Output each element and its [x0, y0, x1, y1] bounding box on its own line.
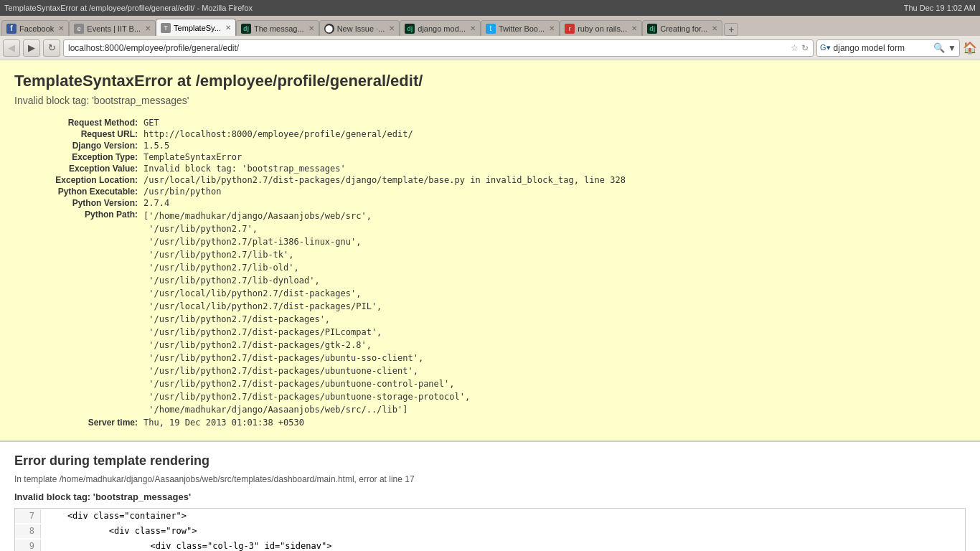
request-url-label: Request URL: [14, 129, 143, 139]
django-version-label: Django Version: [14, 141, 143, 151]
line-number: 9 [15, 540, 41, 551]
url-icons: ☆ ↻ [791, 43, 809, 53]
tab-events-label: Events | IIT B... [87, 24, 141, 33]
messages-favicon: dj [241, 24, 251, 34]
tab-twitter-label: Twitter Boo... [499, 24, 545, 33]
os-titlebar: TemplateSyntaxError at /employee/profile… [0, 0, 980, 16]
tab-djangomod-close[interactable]: ✕ [470, 24, 476, 32]
exception-type-value: TemplateSyntaxError [143, 152, 242, 162]
python-path-row: Python Path: ['/home/madhukar/django/Aas… [14, 209, 966, 416]
tab-messages-label: The messag... [254, 24, 304, 33]
tab-templatesyn-label: TemplateSy... [174, 24, 221, 32]
error-block-title: Invalid block tag: 'bootstrap_messages' [14, 491, 966, 502]
tab-events-close[interactable]: ✕ [145, 24, 151, 32]
error-section-sub: In template /home/madhukar/django/Aasaan… [14, 474, 966, 484]
info-table: Request Method: GET Request URL: http://… [14, 118, 966, 428]
os-titlebar-right: Thu Dec 19 1:02 AM [904, 4, 976, 12]
tab-ruby-close[interactable]: ✕ [631, 24, 637, 32]
exception-location-value: /usr/local/lib/python2.7/dist-packages/d… [143, 175, 626, 185]
new-tab-button[interactable]: + [724, 23, 738, 36]
tab-messages-close[interactable]: ✕ [308, 24, 314, 32]
google-icon: G▾ [820, 43, 831, 52]
page-content: TemplateSyntaxError at /employee/profile… [0, 60, 980, 441]
tab-facebook-close[interactable]: ✕ [58, 24, 64, 32]
exception-type-row: Exception Type: TemplateSyntaxError [14, 152, 966, 162]
exception-value-label: Exception Value: [14, 164, 143, 174]
home-button[interactable]: 🏠 [963, 41, 977, 55]
request-method-row: Request Method: GET [14, 118, 966, 128]
code-line-7: 7 <div class="container"> [15, 509, 965, 524]
server-time-label: Server time: [14, 418, 143, 428]
tab-newissue-label: New Issue ·... [337, 24, 385, 33]
python-version-value: 2.7.4 [143, 198, 169, 208]
python-path-label: Python Path: [14, 209, 143, 220]
server-time-row: Server time: Thu, 19 Dec 2013 01:01:38 +… [14, 418, 966, 428]
url-bar[interactable]: localhost:8000/employee/profile/general/… [63, 39, 814, 57]
tab-messages[interactable]: dj The messag... ✕ [236, 20, 319, 36]
os-time: Thu Dec 19 1:02 AM [904, 4, 976, 12]
python-version-row: Python Version: 2.7.4 [14, 198, 966, 208]
twitter-favicon: t [486, 24, 496, 34]
tab-creating-label: Creating for... [660, 24, 707, 33]
python-executable-label: Python Executable: [14, 187, 143, 197]
tab-djangomod-label: django mod... [418, 24, 466, 33]
events-favicon: e [74, 24, 84, 34]
templatesyn-favicon: T [161, 23, 171, 33]
tab-newissue[interactable]: ⬤ New Issue ·... ✕ [319, 20, 400, 36]
bookmark-icon[interactable]: ☆ [791, 43, 798, 53]
python-path-value: ['/home/madhukar/django/Aasaanjobs/web/s… [143, 209, 470, 416]
nav-bar: ◀ ▶ ↻ localhost:8000/employee/profile/ge… [0, 36, 980, 60]
request-url-value: http://localhost:8000/employee/profile/g… [143, 129, 413, 139]
code-line-8: 8 <div class="row"> [15, 524, 965, 539]
error-section: Error during template rendering In templ… [0, 441, 980, 551]
search-text: django model form [834, 43, 931, 53]
tab-templatesyn[interactable]: T TemplateSy... ✕ [156, 19, 236, 36]
exception-value-value: Invalid block tag: 'bootstrap_messages' [143, 164, 346, 174]
exception-location-row: Exception Location: /usr/local/lib/pytho… [14, 175, 966, 185]
tab-twitter-close[interactable]: ✕ [549, 24, 555, 32]
newissue-favicon: ⬤ [324, 24, 334, 34]
python-executable-row: Python Executable: /usr/bin/python [14, 187, 966, 197]
python-executable-value: /usr/bin/python [143, 187, 221, 197]
reload-button[interactable]: ↻ [43, 39, 60, 57]
tab-facebook[interactable]: f Facebook ✕ [1, 20, 69, 36]
request-method-value: GET [143, 118, 159, 128]
forward-button[interactable]: ▶ [23, 39, 40, 57]
tab-templatesyn-close[interactable]: ✕ [225, 24, 231, 32]
tab-creating-close[interactable]: ✕ [712, 24, 717, 32]
tab-ruby[interactable]: r ruby on rails... ✕ [560, 20, 642, 36]
tab-ruby-label: ruby on rails... [578, 24, 627, 33]
exception-location-label: Exception Location: [14, 175, 143, 185]
tab-creating[interactable]: dj Creating for... ✕ [642, 20, 722, 36]
error-section-title: Error during template rendering [14, 453, 966, 468]
error-subtitle: Invalid block tag: 'bootstrap_messages' [14, 95, 966, 106]
tab-djangomod[interactable]: dj django mod... ✕ [400, 20, 481, 36]
line-code: <div class="container"> [41, 509, 187, 523]
code-line-9: 9 <div class="col-lg-3" id="sidenav"> [15, 539, 965, 551]
tab-bar: f Facebook ✕ e Events | IIT B... ✕ T Tem… [0, 16, 980, 36]
facebook-favicon: f [6, 24, 17, 34]
search-go-button[interactable]: 🔍 [933, 42, 945, 53]
search-nav-down[interactable]: ▼ [948, 43, 956, 53]
os-titlebar-left: TemplateSyntaxError at /employee/profile… [4, 4, 253, 12]
refresh-icon[interactable]: ↻ [801, 43, 809, 53]
search-provider: G▾ [820, 43, 831, 52]
djangomod-favicon: dj [405, 24, 415, 34]
url-text: localhost:8000/employee/profile/general/… [68, 43, 788, 53]
search-bar[interactable]: G▾ django model form 🔍 ▼ [816, 39, 960, 57]
exception-type-label: Exception Type: [14, 152, 143, 162]
tab-newissue-close[interactable]: ✕ [389, 24, 395, 32]
request-method-label: Request Method: [14, 118, 143, 128]
line-number: 8 [15, 524, 41, 538]
line-code: <div class="col-lg-3" id="sidenav"> [41, 540, 331, 551]
back-button[interactable]: ◀ [3, 39, 20, 57]
python-version-label: Python Version: [14, 198, 143, 208]
tab-twitter[interactable]: t Twitter Boo... ✕ [481, 20, 560, 36]
tab-events[interactable]: e Events | IIT B... ✕ [69, 20, 156, 36]
django-version-row: Django Version: 1.5.5 [14, 141, 966, 151]
code-block: 7 <div class="container">8 <div class="r… [14, 508, 966, 551]
django-version-value: 1.5.5 [143, 141, 169, 151]
creating-favicon: dj [647, 24, 657, 34]
line-code: <div class="row"> [41, 524, 197, 538]
exception-value-row: Exception Value: Invalid block tag: 'boo… [14, 164, 966, 174]
